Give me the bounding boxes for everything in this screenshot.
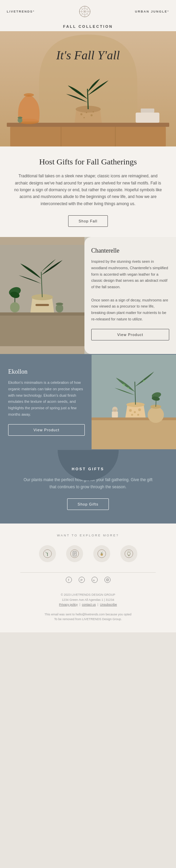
ekollon-name: Ekollon [8,368,85,375]
explore-document-icon [66,545,83,562]
hero-illustration [0,79,176,146]
explore-icon-3[interactable] [93,545,110,562]
fall-collection-label: FALL COLLECTION [0,21,176,31]
brand-right: URBAN JUNGLE° [135,10,169,13]
svg-point-17 [91,114,93,116]
explore-section: WANT TO EXPLORE MORE? [0,524,176,632]
chanterelle-card: Chanterelle Inspired by the stunning riv… [0,237,176,354]
email-wrapper: LIVETRENDS° URBAN JUNGLE° FALL COLLECTIO… [0,0,176,632]
svg-point-45 [122,384,125,387]
unsubscribe-link[interactable]: Unsubscribe [100,603,117,606]
svg-point-42 [131,414,133,416]
explore-icon-4[interactable] [120,545,137,562]
svg-point-79 [107,579,108,580]
svg-point-40 [134,411,136,413]
ekollon-card: Ekollon Ekollon's minimalism is a celebr… [0,354,176,450]
explore-icon-2[interactable] [66,545,83,562]
host-gifts-label: HOST GIFTS [20,467,156,471]
chanterelle-desc1: Inspired by the stunning rivets seen in … [91,258,169,290]
intro-section: Host Gifts for Fall Gatherings Tradition… [0,146,176,237]
linkedin-icon[interactable]: in [91,576,98,584]
footer-disclaimer1: This email was sent to hello@livetrends.… [17,612,159,617]
svg-point-77 [104,577,110,583]
svg-point-16 [86,112,87,113]
facebook-icon[interactable]: f [65,576,73,584]
explore-label: WANT TO EXPLORE MORE? [7,534,169,537]
hero-section: It's Fall Y'all [0,31,176,146]
svg-point-13 [18,117,22,119]
chanterelle-text: Chanterelle Inspired by the stunning riv… [84,237,176,354]
svg-rect-21 [136,113,159,123]
svg-point-19 [93,111,94,113]
svg-rect-53 [112,412,118,418]
contact-link[interactable]: contact us [82,603,96,606]
center-logo [79,5,91,18]
svg-point-33 [56,303,63,305]
explore-pot-icon [93,545,110,562]
footer-text: © 2023 LIVETRENDS DESIGN GROUP 1234 Gree… [7,590,169,626]
ekollon-text: Ekollon Ekollon's minimalism is a celebr… [0,354,92,450]
ekollon-image [92,354,176,450]
svg-rect-37 [92,418,176,420]
svg-point-80 [108,579,109,579]
svg-point-46 [127,387,129,389]
footer-address: 1234 Green Ave All Agendas 1 | 31234 [17,597,159,602]
privacy-link[interactable]: Privacy policy [59,603,78,606]
instagram-icon[interactable] [104,576,111,584]
svg-point-48 [148,407,164,423]
svg-rect-36 [92,419,176,450]
social-section: f P in [7,573,169,590]
svg-rect-34 [36,304,49,306]
svg-rect-24 [0,313,84,316]
svg-rect-22 [141,108,154,113]
intro-heading: Host Gifts for Fall Gatherings [14,157,162,167]
svg-text:f: f [68,578,69,582]
svg-line-69 [127,551,128,552]
svg-point-39 [129,409,132,412]
footer-company: © 2023 LIVETRENDS DESIGN GROUP [17,592,159,597]
ekollon-illustration [92,354,176,450]
footer-links: Privacy policy | contact us | Unsubscrib… [17,602,159,607]
social-icons: f P in [14,576,162,584]
svg-point-41 [138,409,141,411]
ekollon-view-product-button[interactable]: View Product [8,424,85,436]
footer-disclaimer2: To be removed from LIVETRENDS Design Gro… [17,617,159,622]
pinterest-icon[interactable]: P [78,576,85,584]
svg-rect-55 [113,410,117,412]
intro-body: Traditional fall takes on a sleek new sh… [14,173,162,207]
svg-line-70 [130,551,131,552]
explore-bulb-icon [120,545,137,562]
svg-rect-26 [10,302,20,313]
svg-point-43 [137,414,139,416]
brand-left: LIVETRENDS° [7,10,35,13]
svg-text:P: P [80,578,82,582]
explore-icons [7,545,169,562]
header: LIVETRENDS° URBAN JUNGLE° [0,0,176,21]
svg-text:in: in [93,579,95,581]
host-gifts-section: HOST GIFTS Our plants make the perfect h… [0,450,176,524]
hero-text: It's Fall Y'all [56,48,120,62]
svg-point-47 [143,380,145,382]
shop-fall-button[interactable]: Shop Fall [68,215,108,227]
ekollon-desc: Ekollon's minimalism is a celebration of… [8,379,85,417]
chanterelle-name: Chanterelle [91,247,169,254]
host-gifts-body: Our plants make the perfect host gift fo… [20,476,156,490]
svg-rect-78 [106,579,109,581]
shop-gifts-button[interactable]: Shop Gifts [67,498,109,510]
svg-rect-25 [0,316,84,347]
chanterelle-view-product-button[interactable]: View Product [91,329,169,340]
chanterelle-illustration [0,237,84,354]
explore-plant-icon [39,545,56,562]
svg-rect-7 [10,127,166,146]
svg-point-11 [24,93,34,97]
svg-point-18 [83,117,85,118]
chanterelle-desc2: Once seen as a sign of decay, mushrooms … [91,297,169,322]
svg-point-15 [80,113,82,115]
chanterelle-image [0,237,84,354]
explore-icon-1[interactable] [39,545,56,562]
